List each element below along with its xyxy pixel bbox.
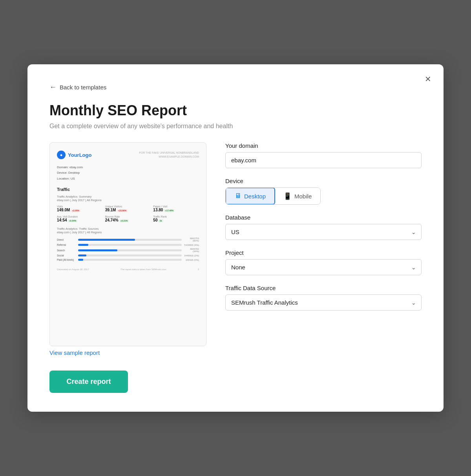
domain-label: Your domain — [225, 142, 422, 149]
preview-logo: ● YourLogo — [57, 151, 91, 159]
traffic-row: Paid (All kinds) 109426 (0%) — [57, 258, 199, 261]
device-btn-desktop[interactable]: 🖥Desktop — [225, 187, 275, 205]
preview-column: ● YourLogo FOR THE FAKE UNIVERSAL NONBRA… — [49, 142, 206, 356]
view-sample-link[interactable]: View sample report — [49, 349, 100, 356]
preview-subsection: Traffic Analytics: Summary ebay.com | Ju… — [57, 195, 199, 202]
close-button[interactable]: × — [422, 72, 434, 85]
preview-stat-item: Traffic Rank 501k — [153, 215, 199, 222]
modal-footer: Create report — [49, 371, 422, 393]
back-link-label: Back to templates — [60, 84, 106, 91]
traffic-row: Direct 6942753 (60%) — [57, 237, 199, 242]
preview-header-right: FOR THE FAKE UNIVERSAL NONBRANDLAND WWW.… — [139, 151, 199, 159]
modal-body: ● YourLogo FOR THE FAKE UNIVERSAL NONBRA… — [49, 142, 422, 356]
device-btn-mobile[interactable]: 📱Mobile — [275, 188, 320, 204]
back-link[interactable]: ← Back to templates — [49, 83, 422, 91]
project-select-wrap: None ⌄ — [225, 259, 422, 275]
device-toggle: 🖥Desktop📱Mobile — [225, 187, 321, 205]
preview-stat-item: Bounce Rate 24.74%+0.21% — [105, 215, 151, 222]
traffic-row: Social 3445816 (2%) — [57, 254, 199, 257]
create-report-button[interactable]: Create report — [49, 371, 128, 393]
preview-stat-item: Pages / Visit 13.80+17.40% — [153, 205, 199, 212]
preview-stat-item: Unique Visitors 39.1M+23.56% — [105, 205, 151, 212]
traffic-rows: Direct 6942753 (60%) Referral 5429826 (4… — [57, 237, 199, 261]
preview-traffic-title: Traffic — [57, 187, 199, 192]
device-label: Device — [225, 178, 422, 184]
traffic-source-select-wrap: SEMrush Traffic AnalyticsGoogle Analytic… — [225, 294, 422, 311]
project-label: Project — [225, 249, 422, 256]
preview-stat-item: Avg. Visit Duration 14:54+0.54% — [57, 215, 103, 222]
form-column: Your domain Device 🖥Desktop📱Mobile Datab… — [225, 142, 422, 320]
database-select-wrap: USUKCAAUDE ⌄ — [225, 224, 422, 240]
domain-input[interactable] — [225, 152, 422, 168]
info-domain: Domain: ebay.com — [57, 165, 199, 170]
traffic-row: Referral 5429826 (4%) — [57, 243, 199, 246]
modal-title: Monthly SEO Report — [49, 102, 422, 119]
desktop-icon: 🖥 — [235, 192, 241, 200]
preview-info: Domain: ebay.com Device: Desktop Locatio… — [57, 165, 199, 182]
modal-dialog: × ← Back to templates Monthly SEO Report… — [27, 64, 444, 412]
mobile-icon: 📱 — [283, 192, 292, 200]
preview-stat-item: Visits 149.0M+2.05% — [57, 205, 103, 212]
logo-text: YourLogo — [68, 152, 91, 158]
preview-footer: Generated on August 28, 2017 The report … — [57, 268, 199, 271]
traffic-source-select[interactable]: SEMrush Traffic AnalyticsGoogle Analytic… — [225, 294, 422, 311]
header-right-line2: WWW.EXAMPLE.DOMAIN.COM — [139, 155, 199, 159]
device-group: Device 🖥Desktop📱Mobile — [225, 178, 422, 205]
traffic-source-group: Traffic Data Source SEMrush Traffic Anal… — [225, 285, 422, 311]
preview-header: ● YourLogo FOR THE FAKE UNIVERSAL NONBRA… — [57, 151, 199, 159]
info-location: Location: US — [57, 176, 199, 182]
logo-circle: ● — [57, 151, 66, 159]
report-preview: ● YourLogo FOR THE FAKE UNIVERSAL NONBRA… — [49, 142, 206, 346]
info-device: Device: Desktop — [57, 170, 199, 176]
modal-subtitle: Get a complete overview of any website's… — [49, 123, 422, 130]
domain-group: Your domain — [225, 142, 422, 168]
preview-traffic-sources: Traffic Analytics: Traffic Sources ebay.… — [57, 227, 199, 261]
traffic-source-label: Traffic Data Source — [225, 285, 422, 291]
database-group: Database USUKCAAUDE ⌄ — [225, 214, 422, 240]
back-arrow-icon: ← — [49, 83, 57, 91]
preview-stats: Visits 149.0M+2.05% Unique Visitors 39.1… — [57, 205, 199, 222]
database-label: Database — [225, 214, 422, 221]
project-select[interactable]: None — [225, 259, 422, 275]
header-right-line1: FOR THE FAKE UNIVERSAL NONBRANDLAND — [139, 151, 199, 155]
database-select[interactable]: USUKCAAUDE — [225, 224, 422, 240]
traffic-row: Search 4946782 (34%) — [57, 248, 199, 253]
project-group: Project None ⌄ — [225, 249, 422, 275]
